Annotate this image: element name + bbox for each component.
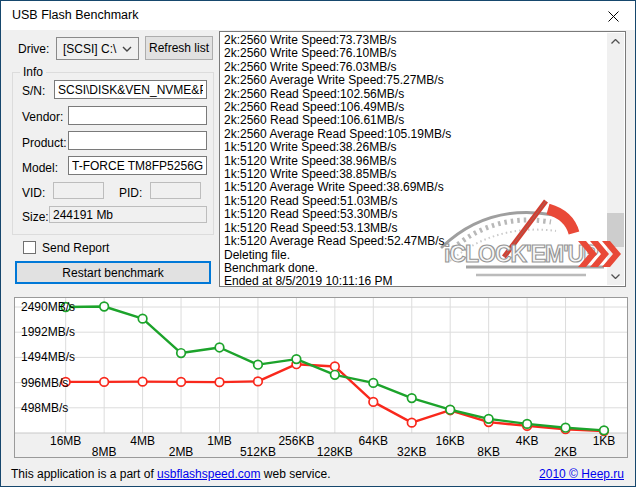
log-line: 1k:5120 Read Speed:53.30MB/s — [224, 208, 605, 221]
svg-text:498MB/s: 498MB/s — [21, 401, 68, 415]
svg-text:1KB: 1KB — [593, 434, 616, 448]
vendor-label: Vendor: — [22, 110, 63, 124]
svg-text:16KB: 16KB — [436, 434, 465, 448]
log-line: 2k:2560 Write Speed:76.10MB/s — [224, 47, 605, 60]
sn-field[interactable] — [54, 80, 207, 99]
log-line: 1k:5120 Read Speed:51.03MB/s — [224, 195, 605, 208]
speed-chart-panel: 498MB/s996MB/s1494MB/s1992MB/s2490MB/s16… — [14, 297, 628, 458]
model-label: Model: — [22, 161, 58, 175]
svg-text:64KB: 64KB — [359, 434, 388, 448]
benchmark-chart: 498MB/s996MB/s1494MB/s1992MB/s2490MB/s16… — [15, 298, 627, 457]
svg-text:256KB: 256KB — [278, 434, 314, 448]
usbflashspeed-link[interactable]: usbflashspeed.com — [157, 467, 260, 481]
svg-text:16MB: 16MB — [50, 434, 81, 448]
product-field[interactable] — [68, 131, 207, 150]
svg-text:996MB/s: 996MB/s — [21, 376, 68, 390]
heep-link[interactable]: 2010 © Heep.ru — [539, 467, 624, 481]
log-line: 2k:2560 Read Speed:102.56MB/s — [224, 88, 605, 101]
log-line: Deleting file. — [224, 249, 605, 262]
size-field — [49, 206, 207, 223]
svg-text:1494MB/s: 1494MB/s — [21, 350, 75, 364]
pid-label: PID: — [119, 186, 142, 200]
svg-text:2490MB/s: 2490MB/s — [21, 300, 75, 314]
product-label: Product: — [22, 136, 67, 150]
svg-text:1992MB/s: 1992MB/s — [21, 325, 75, 339]
title-bar: USB Flash Benchmark — [1, 1, 635, 30]
window-title: USB Flash Benchmark — [12, 8, 138, 22]
log-line: 2k:2560 Write Speed:73.73MB/s — [224, 34, 605, 47]
svg-text:32KB: 32KB — [397, 445, 426, 457]
sn-label: S/N: — [22, 84, 45, 98]
log-line: 1k:5120 Average Write Speed:38.69MB/s — [224, 181, 605, 194]
usb-flash-benchmark-window: USB Flash Benchmark Drive: [SCSI] C:\ Re… — [0, 0, 636, 487]
svg-text:4KB: 4KB — [516, 434, 539, 448]
log-line: 1k:5120 Average Read Speed:52.47MB/s — [224, 235, 605, 248]
svg-text:1MB: 1MB — [207, 434, 232, 448]
status-bar: This application is a part of usbflashsp… — [1, 459, 635, 487]
pid-field — [150, 182, 201, 199]
benchmark-log[interactable]: iCLOCK'EM'UP 2k:2560 Write Speed:73.73MB… — [219, 31, 626, 287]
model-field[interactable] — [68, 156, 207, 175]
drive-select-value: [SCSI] C:\ — [57, 42, 122, 56]
svg-text:2MB: 2MB — [169, 445, 194, 457]
chevron-down-icon — [122, 46, 138, 52]
close-button[interactable] — [597, 5, 629, 27]
refresh-list-button[interactable]: Refresh list — [145, 36, 213, 60]
log-line: 2k:2560 Average Write Speed:75.27MB/s — [224, 74, 605, 87]
vid-label: VID: — [22, 186, 45, 200]
send-report-checkbox[interactable] — [23, 241, 36, 254]
vid-field — [53, 182, 104, 199]
svg-text:4MB: 4MB — [130, 434, 155, 448]
drive-select[interactable]: [SCSI] C:\ — [56, 37, 139, 60]
svg-text:128KB: 128KB — [317, 445, 353, 457]
log-lines: 2k:2560 Write Speed:73.73MB/s2k:2560 Wri… — [224, 34, 605, 287]
log-line: 2k:2560 Read Speed:106.49MB/s — [224, 101, 605, 114]
restart-benchmark-button[interactable]: Restart benchmark — [15, 261, 211, 284]
status-text: This application is a part of usbflashsp… — [11, 467, 331, 481]
log-line: 2k:2560 Write Speed:76.03MB/s — [224, 61, 605, 74]
size-label: Size: — [22, 210, 49, 224]
log-line: Ended at 8/5/2019 10:11:16 PM — [224, 275, 605, 287]
info-legend: Info — [20, 65, 46, 79]
log-line: Benchmark done. — [224, 262, 605, 275]
close-icon — [608, 11, 619, 22]
log-line: 1k:5120 Write Speed:38.85MB/s — [224, 168, 605, 181]
drive-label: Drive: — [18, 42, 49, 56]
send-report-label[interactable]: Send Report — [42, 241, 109, 255]
log-line: 2k:2560 Average Read Speed:105.19MB/s — [224, 128, 605, 141]
log-line: 1k:5120 Read Speed:53.13MB/s — [224, 222, 605, 235]
log-line: 2k:2560 Read Speed:106.61MB/s — [224, 114, 605, 127]
vendor-field[interactable] — [68, 106, 207, 125]
svg-text:8KB: 8KB — [477, 445, 500, 457]
log-line: 1k:5120 Write Speed:38.96MB/s — [224, 155, 605, 168]
svg-text:512KB: 512KB — [240, 445, 276, 457]
log-line: 1k:5120 Write Speed:38.26MB/s — [224, 141, 605, 154]
scroll-up-icon[interactable] — [607, 33, 624, 50]
svg-text:2KB: 2KB — [554, 445, 577, 457]
svg-text:8MB: 8MB — [92, 445, 117, 457]
